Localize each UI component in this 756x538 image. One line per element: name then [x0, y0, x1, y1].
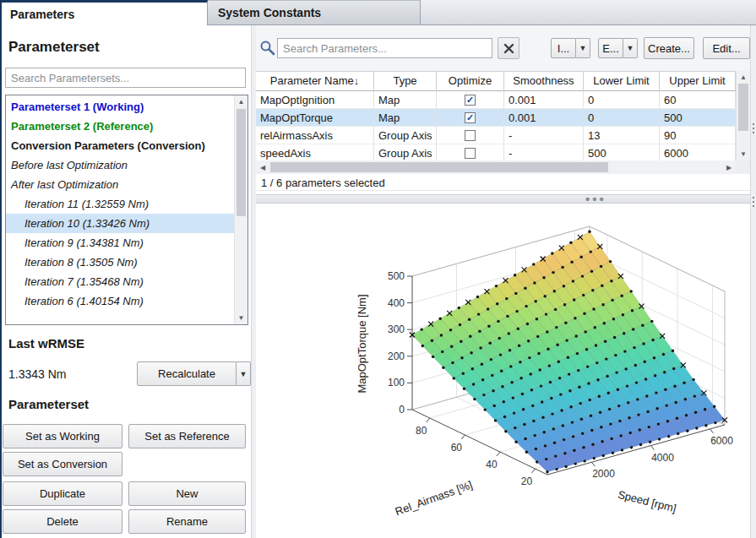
parameterset-item[interactable]: Iteration 8 (1.3505 Nm): [6, 253, 234, 272]
set-as-working-button[interactable]: Set as Working: [3, 424, 122, 448]
table-cell[interactable]: -: [504, 144, 584, 162]
scroll-down-icon[interactable]: ▼: [737, 148, 750, 160]
scroll-up-icon[interactable]: ▲: [235, 95, 247, 108]
column-header-optimize[interactable]: Optimize: [437, 71, 504, 91]
export-dropdown-arrow-icon[interactable]: ▼: [623, 38, 638, 58]
recalculate-button[interactable]: Recalculate: [137, 361, 237, 386]
table-cell[interactable]: 13: [584, 127, 660, 144]
import-split-button: I... ▼: [551, 38, 590, 58]
tab-parameters[interactable]: Parameters: [0, 0, 208, 25]
import-button[interactable]: I...: [551, 38, 576, 58]
checkbox-checked[interactable]: ✓: [465, 112, 476, 123]
scrollbar-thumb[interactable]: [270, 162, 608, 172]
edit-button[interactable]: Edit...: [703, 37, 750, 59]
table-cell[interactable]: Group Axis: [374, 127, 437, 144]
column-header-smoothness[interactable]: Smoothness: [504, 71, 584, 91]
x-axis-label: Rel_Airmass [%]: [394, 478, 474, 518]
scrollbar-thumb[interactable]: [738, 84, 748, 131]
parameterset-item[interactable]: After last Optimization: [6, 175, 234, 194]
svg-text:60: 60: [451, 442, 463, 454]
gutter-grip-icon: [753, 196, 754, 208]
table-cell[interactable]: 0: [584, 91, 660, 109]
scroll-down-icon[interactable]: ▼: [235, 312, 247, 324]
table-row[interactable]: speedAxisGroup Axis-5006000: [256, 144, 736, 162]
table-cell[interactable]: [437, 127, 504, 144]
table-cell[interactable]: 90: [660, 127, 736, 144]
table-cell[interactable]: -: [504, 127, 584, 144]
rename-button[interactable]: Rename: [128, 509, 246, 534]
tab-bar: Parameters System Constants: [0, 0, 756, 25]
table-cell[interactable]: speedAxis: [256, 144, 374, 162]
surface-plot-svg[interactable]: 010020030040050020406080200040006000MapO…: [256, 204, 750, 538]
scroll-left-icon[interactable]: ◀: [256, 160, 269, 174]
svg-text:0: 0: [399, 404, 405, 416]
svg-text:500: 500: [388, 270, 405, 282]
parameterset-item[interactable]: Iteration 10 (1.33426 Nm): [6, 214, 234, 233]
parameterset-item[interactable]: Iteration 7 (1.35468 Nm): [6, 272, 234, 291]
table-cell[interactable]: [437, 144, 504, 162]
table-cell[interactable]: Map: [374, 109, 437, 127]
export-button[interactable]: E...: [598, 38, 623, 58]
parameterset-item[interactable]: Conversion Parameters (Conversion): [6, 136, 234, 155]
clear-filter-button[interactable]: [498, 37, 519, 59]
checkbox-unchecked[interactable]: [465, 130, 476, 141]
column-header-lower-limit[interactable]: Lower Limit: [584, 71, 660, 91]
set-as-conversion-button[interactable]: Set as Conversion: [3, 452, 122, 476]
right-gutter-splitter[interactable]: [750, 25, 756, 538]
parameters-toolbar: I... ▼ E... ▼ Create... Edit...: [256, 25, 750, 71]
parameterset-item[interactable]: Iteration 11 (1.32559 Nm): [6, 194, 234, 214]
scroll-up-icon[interactable]: ▲: [737, 71, 750, 84]
parameterset-search-input[interactable]: [5, 68, 246, 88]
checkbox-checked[interactable]: ✓: [465, 95, 476, 106]
search-icon: [259, 40, 275, 56]
table-cell[interactable]: Map: [374, 91, 437, 109]
column-header-upper-limit[interactable]: Upper Limit: [660, 71, 736, 91]
svg-text:6000: 6000: [710, 435, 733, 447]
table-horizontal-scrollbar[interactable]: ◀ ▶: [256, 160, 736, 174]
parameterset-item[interactable]: Iteration 9 (1.34381 Nm): [6, 233, 234, 253]
parameters-panel: I... ▼ E... ▼ Create... Edit... Paramete…: [256, 25, 750, 538]
horizontal-splitter[interactable]: •••: [256, 194, 750, 204]
delete-button[interactable]: Delete: [3, 509, 122, 534]
table-vertical-scrollbar[interactable]: ▲ ▼: [736, 71, 750, 160]
column-header-type[interactable]: Type: [374, 71, 437, 91]
parameterset-item[interactable]: Iteration 6 (1.40154 Nm): [6, 291, 234, 311]
table-cell[interactable]: 6000: [660, 144, 736, 162]
table-cell[interactable]: 0.001: [504, 91, 584, 109]
parameterset-list-scrollbar[interactable]: ▲ ▼: [234, 95, 247, 324]
table-cell[interactable]: MapOptTorque: [256, 109, 374, 127]
new-button[interactable]: New: [128, 481, 246, 506]
surface-plot-3d[interactable]: 010020030040050020406080200040006000MapO…: [256, 204, 750, 538]
scroll-right-icon[interactable]: ▶: [722, 160, 736, 174]
table-cell[interactable]: 60: [660, 91, 736, 109]
table-cell[interactable]: 500: [584, 144, 660, 162]
import-dropdown-arrow-icon[interactable]: ▼: [576, 38, 590, 58]
svg-text:200: 200: [388, 351, 405, 362]
recalculate-dropdown-arrow-icon[interactable]: ▼: [237, 361, 251, 386]
set-as-reference-button[interactable]: Set as Reference: [128, 424, 246, 448]
table-cell[interactable]: ✓: [437, 109, 504, 127]
parameterset-item[interactable]: Parameterset 1 (Working): [6, 97, 234, 117]
table-cell[interactable]: Group Axis: [374, 144, 437, 162]
table-row[interactable]: relAirmassAxisGroup Axis-1390: [256, 127, 736, 144]
table-row[interactable]: MapOptIgnitionMap✓0.001060: [256, 91, 736, 109]
duplicate-button[interactable]: Duplicate: [3, 481, 122, 506]
create-button[interactable]: Create...: [644, 37, 694, 59]
recalculate-split-button: Recalculate ▼: [137, 361, 251, 386]
last-wrmse-title: Last wRMSE: [8, 336, 84, 351]
table-cell[interactable]: ✓: [437, 91, 504, 109]
tab-system-constants[interactable]: System Constants: [208, 0, 421, 24]
checkbox-unchecked[interactable]: [465, 148, 476, 159]
column-header-parameter-name[interactable]: Parameter Name↓: [256, 71, 374, 91]
parameterset-item[interactable]: Parameterset 2 (Reference): [6, 117, 234, 136]
table-cell[interactable]: 500: [660, 109, 736, 127]
parameters-search-input[interactable]: [277, 38, 492, 58]
scrollbar-thumb[interactable]: [237, 109, 246, 216]
table-row[interactable]: MapOptTorqueMap✓0.0010500: [256, 109, 736, 127]
parameterset-item[interactable]: Before last Optimization: [6, 155, 234, 175]
table-cell[interactable]: 0.001: [504, 109, 584, 127]
splitter-grip-icon: •••: [585, 197, 606, 201]
table-cell[interactable]: 0: [584, 109, 660, 127]
table-cell[interactable]: MapOptIgnition: [256, 91, 374, 109]
table-cell[interactable]: relAirmassAxis: [256, 127, 374, 144]
